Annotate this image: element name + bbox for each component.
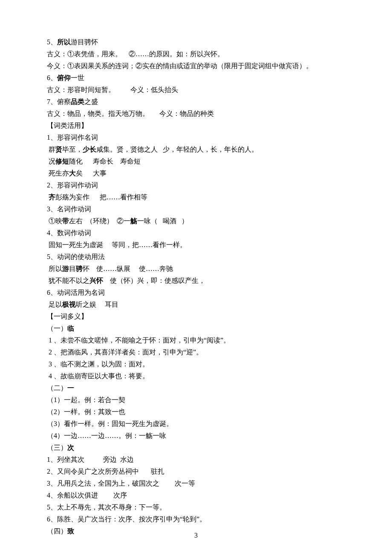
text-line: 7、俯察品类之盛 — [47, 96, 345, 108]
text-line: 群贤毕至，少长咸集。贤，贤德之人 少，年轻的人，长，年长的人。 — [47, 144, 345, 155]
text: 古义：①表凭借，用来。 ②……的原因。如：所以兴怀。 — [47, 50, 224, 58]
text: 怀 使……纵展 使……奔驰 — [83, 265, 173, 272]
text: 固知一死生为虚诞 等同，把……看作一样。 — [47, 241, 187, 248]
text: （一） — [47, 325, 67, 332]
text-line: 3、名词作动词 — [47, 203, 345, 215]
text: 彭殇为妄作 把……看作相等 — [55, 193, 147, 201]
bold-text: 所以 — [57, 38, 71, 46]
text: 听之娱 耳目 — [76, 301, 118, 308]
text-line: （一）临 — [47, 322, 345, 334]
text: 古义：形容时间短暂。 今义：低头抬头 — [47, 86, 178, 93]
text: 1、形容词作名词 — [47, 134, 98, 141]
text: 足以 — [47, 301, 62, 308]
text-line: 犹不能不以之兴怀 使（怀）兴，即：使感叹产生， — [47, 275, 345, 287]
text-line: 古义：形容时间短暂。 今义：低头抬头 — [47, 84, 345, 96]
document-body: 5、所以游目骋怀古义：①表凭借，用来。 ②……的原因。如：所以兴怀。今义：①表因… — [47, 36, 345, 537]
text-line: 2 、把酒临风，其喜洋洋者矣：面对，引申为“迎”。 — [47, 346, 345, 358]
text: 2、形容词作动词 — [47, 181, 98, 189]
text: 死生亦 — [47, 170, 69, 177]
text-line: 5、动词的使动用法 — [47, 251, 345, 263]
text: 5、动词的使动用法 — [47, 253, 105, 260]
text-line: 2、形容词作动词 — [47, 179, 345, 191]
text-line: 4、数词作动词 — [47, 227, 345, 239]
text: （2）一样。例：其致一也 — [47, 408, 125, 415]
text: 犹不能不以之 — [47, 277, 89, 284]
bold-text: 贤 — [55, 146, 62, 153]
text: 随化 寿命长 寿命短 — [69, 158, 141, 165]
document-page: 5、所以游目骋怀古义：①表凭借，用来。 ②……的原因。如：所以兴怀。今义：①表因… — [0, 0, 392, 544]
text: 【一词多义】 — [47, 313, 88, 320]
text: ①映 — [47, 217, 62, 225]
text-line: 古义：物品，物类。指天地万物。 今义：物品的种类 — [47, 108, 345, 120]
text: 4、数词作动词 — [47, 229, 91, 236]
text-line: 所以游目骋怀 使……纵展 使……奔驰 — [47, 263, 345, 275]
text: 4 、故临崩寄臣以大事也：将要。 — [47, 372, 149, 380]
text: 1 、未尝不临文嗟悼，不能喻之于怀：面对，引申为“阅读”。 — [47, 337, 230, 344]
text-line: 齐彭殇为妄作 把……看作相等 — [47, 191, 345, 203]
text: 咸集。贤，贤德之人 少，年轻的人，长，年长的人。 — [96, 146, 258, 153]
bold-text: 临 — [67, 325, 74, 332]
text: 6、动词活用为名词 — [47, 289, 105, 296]
text-line: （4）一边……一边……。例：一觞一咏 — [47, 430, 345, 442]
text-line: （3）看作一样。例：固知一死生为虚诞。 — [47, 418, 345, 430]
text: 3、名词作动词 — [47, 205, 91, 213]
text-line: 1 、未尝不临文嗟悼，不能喻之于怀：面对，引申为“阅读”。 — [47, 334, 345, 346]
text: 毕至， — [62, 146, 83, 153]
text: 使（怀）兴，即：使感叹产生， — [103, 277, 205, 284]
bold-text: 极视 — [62, 301, 76, 308]
text-line: 5、所以游目骋怀 — [47, 36, 345, 48]
text-line: 6、陈胜、吴广次当行：次序、按次序引申为“轮到”。 — [47, 513, 345, 525]
text: 所以 — [47, 265, 62, 272]
bold-text: 大 — [69, 170, 76, 177]
text-line: 【词类活用】 — [47, 120, 345, 132]
text: 之盛 — [84, 98, 98, 105]
text: 6、 — [47, 74, 57, 81]
text: 游目骋怀 — [71, 38, 98, 46]
text-line: （二）一 — [47, 382, 345, 394]
text: 5、 — [47, 38, 57, 46]
text-line: （三）次 — [47, 442, 345, 454]
text-line: 1、形容词作名词 — [47, 132, 345, 144]
bold-text: 品类 — [71, 98, 84, 105]
text: 一世 — [71, 74, 84, 81]
text: 群 — [47, 146, 55, 153]
bold-text: 一 — [67, 384, 74, 391]
text-line: 足以极视听之娱 耳目 — [47, 299, 345, 311]
text: 3、凡用兵之法，全国为上，破国次之 次一等 — [47, 480, 195, 487]
text-line: 况修短随化 寿命长 寿命短 — [47, 155, 345, 167]
text: （3）看作一样。例：固知一死生为虚诞。 — [47, 420, 173, 427]
bold-text: 游 — [62, 265, 69, 272]
text: （三） — [47, 444, 67, 451]
text: 3 、临不测之渊，以为固：面对。 — [47, 360, 149, 368]
text: 2、又间令吴广之次所旁丛祠中 驻扎 — [47, 468, 164, 475]
bold-text: 觞 — [130, 217, 137, 225]
page-number: 3 — [0, 530, 392, 541]
text-line: 6、俯仰一世 — [47, 72, 345, 84]
text-line: ①映带左右 （环绕） ②一觞一咏（ 喝酒 ） — [47, 215, 345, 227]
text: 7、俯察 — [47, 98, 71, 105]
text-line: 4 、故临崩寄臣以大事也：将要。 — [47, 370, 345, 382]
text-line: 1、列坐其次 旁边 水边 — [47, 454, 345, 466]
text: 【词类活用】 — [47, 122, 88, 129]
text-line: 2、又间令吴广之次所旁丛祠中 驻扎 — [47, 466, 345, 478]
text-line: 古义：①表凭借，用来。 ②……的原因。如：所以兴怀。 — [47, 48, 345, 60]
text-line: 死生亦大矣 大事 — [47, 167, 345, 179]
text: （1）一起。例：若合一契 — [47, 396, 125, 403]
text-line: 今义：①表因果关系的连词；②实在的情由或适宜的举动（限用于固定词组中做宾语）。 — [47, 60, 345, 72]
text: 1、列坐其次 旁边 水边 — [47, 456, 134, 463]
text: 目 — [69, 265, 76, 272]
text-line: 【一词多义】 — [47, 311, 345, 322]
bold-text: 修短 — [55, 158, 69, 165]
text: 4、余船以次俱进 次序 — [47, 492, 127, 499]
text-line: 6、动词活用为名词 — [47, 287, 345, 299]
text: 古义：物品，物类。指天地万物。 今义：物品的种类 — [47, 110, 214, 117]
text: 6、陈胜、吴广次当行：次序、按次序引申为“轮到”。 — [47, 515, 206, 523]
text: 今义：①表因果关系的连词；②实在的情由或适宜的举动（限用于固定词组中做宾语）。 — [47, 62, 313, 69]
bold-text: 俯仰 — [57, 74, 71, 81]
text: （二） — [47, 384, 67, 391]
text: 一咏（ 喝酒 ） — [137, 217, 188, 225]
text-line: 5、太上不辱先，其次不辱身：下一等。 — [47, 501, 345, 513]
text-line: 3 、临不测之渊，以为固：面对。 — [47, 358, 345, 370]
text-line: 固知一死生为虚诞 等同，把……看作一样。 — [47, 239, 345, 251]
bold-text: 带 — [62, 217, 69, 225]
